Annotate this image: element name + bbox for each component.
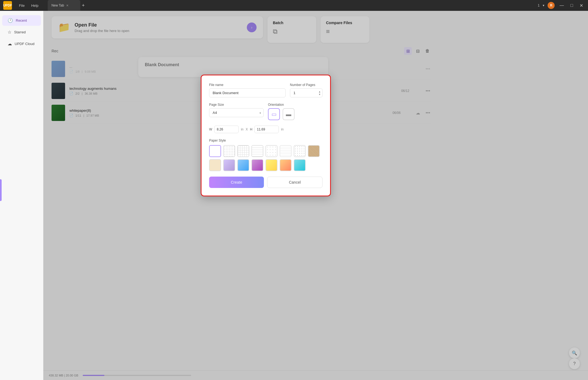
- left-edge-indicator: [0, 179, 2, 201]
- tab-new[interactable]: New Tab ×: [48, 0, 80, 11]
- file-name-input[interactable]: [209, 88, 286, 97]
- orientation-group: Orientation ▭ ▬: [268, 103, 322, 120]
- paper-style-tan[interactable]: [209, 159, 221, 171]
- paper-style-cross[interactable]: [266, 145, 277, 157]
- file-name-pages-row: File name Number of Pages ▲ ▼: [209, 83, 322, 97]
- sidebar-item-label-starred: Starred: [14, 30, 26, 34]
- app-body: 🕐 Recent ☆ Starred ☁ UPDF Cloud 📁 Open F…: [0, 11, 588, 380]
- dropdown-icon[interactable]: ▾: [543, 4, 544, 7]
- tab-close-btn[interactable]: ×: [66, 3, 68, 8]
- tab-add-btn[interactable]: +: [82, 3, 85, 8]
- sidebar-item-cloud[interactable]: ☁ UPDF Cloud: [2, 39, 41, 49]
- app-logo: UPDF: [3, 1, 12, 10]
- titlebar: UPDF File Help New Tab × + 1 ▾ R — □ ✕: [0, 0, 588, 11]
- logo-icon: UPDF: [3, 1, 12, 10]
- number-arrows: ▲ ▼: [318, 90, 321, 95]
- page-size-select[interactable]: A4 Letter Legal A3 A5 Custom: [209, 108, 264, 117]
- paper-style-dots2[interactable]: [294, 145, 306, 157]
- sidebar-item-label-cloud: UPDF Cloud: [15, 42, 34, 46]
- modal-overlay: File name Number of Pages ▲ ▼: [43, 11, 588, 380]
- starred-icon: ☆: [8, 30, 11, 35]
- paper-style-yellow[interactable]: [266, 159, 277, 171]
- modal-dialog: File name Number of Pages ▲ ▼: [201, 75, 331, 196]
- paper-style-teal[interactable]: [294, 159, 306, 171]
- height-unit: in: [281, 127, 283, 131]
- cancel-btn[interactable]: Cancel: [267, 177, 322, 188]
- paper-style-purple[interactable]: [223, 159, 235, 171]
- landscape-btn[interactable]: ▬: [283, 108, 295, 120]
- pages-label: Number of Pages: [290, 83, 322, 87]
- main-content: 📁 Open File Drag and drop the file here …: [43, 11, 588, 380]
- paper-style-dots[interactable]: [223, 145, 235, 157]
- titlebar-menu: File Help: [16, 2, 41, 9]
- file-name-label: File name: [209, 83, 286, 87]
- pages-group: Number of Pages ▲ ▼: [290, 83, 322, 97]
- recent-icon: 🕐: [8, 18, 13, 23]
- cloud-icon: ☁: [8, 41, 12, 46]
- orientation-label: Orientation: [268, 103, 322, 107]
- paper-style-blue[interactable]: [237, 159, 249, 171]
- tab-label: New Tab: [52, 4, 64, 7]
- paper-style-dash[interactable]: [280, 145, 292, 157]
- sidebar: 🕐 Recent ☆ Starred ☁ UPDF Cloud: [0, 11, 43, 380]
- page-size-select-wrap: A4 Letter Legal A3 A5 Custom ▾: [209, 108, 264, 117]
- dims-x-separator: X: [246, 127, 248, 131]
- pages-input-wrap: ▲ ▼: [290, 88, 322, 97]
- paper-style-brown[interactable]: [280, 159, 292, 171]
- landscape-icon: ▬: [286, 111, 291, 117]
- paper-style-lines[interactable]: [251, 145, 263, 157]
- orientation-row: ▭ ▬: [268, 108, 322, 120]
- portrait-icon: ▭: [271, 111, 277, 117]
- tab-bar: New Tab × +: [48, 0, 533, 11]
- height-input[interactable]: [254, 126, 279, 133]
- num-down-arrow[interactable]: ▼: [318, 93, 321, 95]
- file-name-group: File name: [209, 83, 286, 97]
- menu-help[interactable]: Help: [28, 2, 41, 9]
- create-btn[interactable]: Create: [209, 177, 264, 188]
- sidebar-item-label-recent: Recent: [16, 18, 27, 23]
- width-input[interactable]: [214, 126, 239, 133]
- counter-label: 1: [538, 4, 540, 7]
- paper-style-mauve[interactable]: [251, 159, 263, 171]
- menu-file[interactable]: File: [16, 2, 27, 9]
- width-label: W: [209, 127, 212, 131]
- sidebar-item-recent[interactable]: 🕐 Recent: [2, 15, 41, 26]
- paper-styles-grid: [209, 145, 322, 171]
- page-size-label: Page Size: [209, 103, 264, 107]
- num-up-arrow[interactable]: ▲: [318, 90, 321, 93]
- paper-style-grid[interactable]: [237, 145, 249, 157]
- dims-row: W in X H in: [209, 126, 322, 133]
- page-size-group: Page Size A4 Letter Legal A3 A5 Custom ▾: [209, 103, 264, 120]
- paper-style-wood[interactable]: [308, 145, 320, 157]
- sidebar-item-starred[interactable]: ☆ Starred: [2, 27, 41, 37]
- portrait-btn[interactable]: ▭: [268, 108, 280, 120]
- modal-buttons: Create Cancel: [209, 177, 322, 188]
- maximize-btn[interactable]: □: [569, 2, 575, 8]
- user-avatar[interactable]: R: [548, 2, 555, 9]
- minimize-btn[interactable]: —: [558, 2, 565, 8]
- paper-style-blank[interactable]: [209, 145, 221, 157]
- width-unit: in: [241, 127, 243, 131]
- size-orient-row: Page Size A4 Letter Legal A3 A5 Custom ▾: [209, 103, 322, 120]
- pages-input[interactable]: [290, 88, 322, 97]
- height-label: H: [250, 127, 253, 131]
- close-btn[interactable]: ✕: [578, 2, 585, 9]
- paper-style-label: Paper Style: [209, 139, 322, 142]
- titlebar-right: 1 ▾ R — □ ✕: [538, 2, 585, 9]
